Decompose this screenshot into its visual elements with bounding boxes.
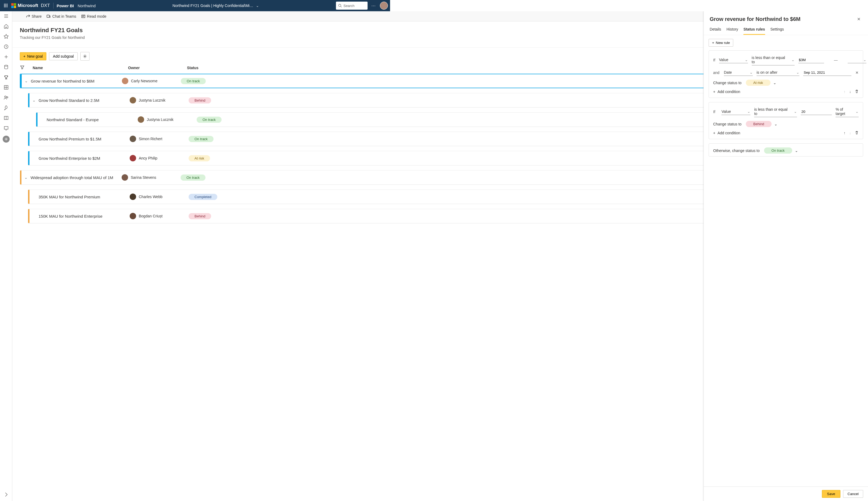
goal-name: 150K MAU for Northwind Enterprise [39, 214, 130, 218]
svg-rect-0 [4, 4, 5, 4]
svg-point-17 [4, 65, 8, 66]
more-icon[interactable]: ⋯ [371, 3, 376, 8]
page-subtitle: Tracking our FY21 Goals for Northwind [20, 35, 85, 40]
svg-line-10 [341, 7, 342, 8]
search-input[interactable]: Search [336, 2, 368, 10]
goal-row[interactable]: Northwind Standard - EuropeJustyna Luczn… [36, 112, 390, 127]
people-icon[interactable] [3, 95, 9, 100]
app-launcher-icon[interactable] [2, 2, 10, 9]
status-badge: On track [188, 136, 214, 142]
svg-rect-29 [47, 15, 49, 18]
title-bar: Microsoft DXT Power BI Northwind Northwi… [0, 0, 390, 11]
goal-row[interactable]: 150K MAU for Northwind EnterpriseBogdan … [28, 209, 390, 223]
goal-name: Grow revenue for Northwind to $6M [31, 79, 122, 83]
status-badge: Behind [188, 97, 211, 104]
expand-chevron-icon[interactable]: ⌄ [22, 79, 31, 83]
svg-rect-2 [7, 4, 8, 4]
svg-rect-1 [6, 4, 6, 4]
search-placeholder: Search [344, 4, 355, 8]
goal-name: Widespread adoption through total MAU of… [31, 175, 122, 180]
monitor-icon[interactable] [3, 126, 9, 131]
owner-avatar [122, 174, 128, 181]
goal-owner: Carly Newsome [122, 78, 181, 84]
goal-owner: Bogdan Criușt [130, 213, 188, 219]
status-badge: At risk [188, 155, 210, 161]
plus-icon[interactable] [3, 54, 9, 60]
chat-teams-button[interactable]: Chat in Teams [46, 14, 76, 19]
expand-chevron-icon[interactable]: ⌄ [30, 98, 39, 103]
workspace-name[interactable]: Northwind [78, 3, 96, 8]
read-mode-button[interactable]: Read mode [81, 14, 106, 19]
status-badge: On track [197, 117, 221, 123]
trophy-icon[interactable] [3, 75, 9, 80]
goal-owner: Justyna Lucznik [130, 97, 188, 104]
svg-point-22 [7, 97, 8, 98]
add-subgoal-button[interactable]: Add subgoal [49, 52, 78, 60]
svg-rect-30 [82, 15, 85, 18]
svg-point-21 [4, 96, 6, 98]
command-bar: Share Chat in Teams Read mode [12, 11, 390, 21]
goal-row[interactable]: Grow Northwind Premium to $1.5MSimon Ric… [28, 132, 390, 146]
chevron-down-icon[interactable]: ⌄ [256, 3, 259, 8]
goal-row[interactable]: Grow Northwind Enterprise to $2MAncy Phi… [28, 151, 390, 166]
goals-list: ⌄Grow revenue for Northwind to $6MCarly … [12, 74, 390, 225]
workspace-icon[interactable] [3, 136, 10, 142]
status-badge: On track [181, 174, 206, 181]
owner-avatar [130, 136, 136, 142]
star-icon[interactable] [3, 34, 9, 39]
board-icon[interactable] [3, 85, 9, 90]
hamburger-icon[interactable] [3, 13, 9, 19]
goal-row[interactable]: ⌄Grow revenue for Northwind to $6MCarly … [20, 74, 390, 88]
goal-owner: Sarina Stevens [122, 174, 181, 181]
page-title: Northwind FY21 Goals [20, 27, 85, 34]
clock-icon[interactable] [3, 44, 9, 49]
divider [53, 3, 54, 9]
svg-point-33 [84, 56, 86, 57]
owner-avatar [130, 193, 136, 200]
filter-icon[interactable] [20, 65, 33, 71]
home-icon[interactable] [3, 24, 9, 29]
goal-name: Grow Northwind Premium to $1.5M [39, 137, 130, 141]
settings-button[interactable] [80, 52, 89, 61]
goal-name: Grow Northwind Standard to 2.5M [39, 98, 130, 103]
microsoft-logo: Microsoft DXT [11, 3, 50, 8]
svg-rect-3 [4, 5, 5, 6]
col-name[interactable]: Name [33, 66, 128, 70]
brand-suffix: DXT [41, 3, 50, 8]
goal-bar [28, 132, 30, 146]
svg-rect-7 [6, 7, 6, 7]
owner-avatar [130, 213, 136, 219]
goals-toolbar: +New goal Add subgoal [12, 48, 390, 63]
col-status[interactable]: Status [187, 66, 198, 70]
svg-rect-4 [6, 5, 6, 6]
goal-row[interactable]: 350K MAU for Northwind PremiumCharles We… [28, 190, 390, 204]
col-owner[interactable]: Owner [128, 66, 187, 70]
goal-bar [28, 190, 30, 204]
goal-owner: Ancy Philip [130, 155, 188, 161]
rocket-icon[interactable] [3, 105, 9, 110]
document-title[interactable]: Northwind FY21 Goals | Highly Confidenti… [96, 3, 336, 8]
goal-row[interactable]: ⌄Widespread adoption through total MAU o… [20, 170, 390, 185]
goal-bar [28, 209, 30, 223]
main-content: Share Chat in Teams Read mode Northwind … [12, 11, 390, 225]
goal-name: 350K MAU for Northwind Premium [39, 195, 130, 199]
svg-rect-5 [7, 5, 8, 6]
owner-avatar [138, 116, 144, 123]
new-goal-button[interactable]: +New goal [20, 52, 46, 60]
left-nav-rail [0, 11, 12, 225]
database-icon[interactable] [3, 64, 9, 70]
goal-owner: Simon Richert [130, 136, 188, 142]
app-name[interactable]: Power BI [57, 3, 74, 8]
share-button[interactable]: Share [26, 14, 42, 19]
goal-name: Grow Northwind Enterprise to $2M [39, 156, 130, 161]
goal-bar [36, 113, 37, 127]
goal-row[interactable]: ⌄Grow Northwind Standard to 2.5MJustyna … [28, 93, 390, 107]
svg-rect-25 [4, 127, 8, 129]
expand-chevron-icon[interactable]: ⌄ [21, 175, 31, 180]
user-avatar[interactable] [380, 2, 388, 10]
book-icon[interactable] [3, 115, 9, 121]
goal-bar [28, 151, 30, 165]
owner-avatar [130, 155, 136, 161]
column-headers: Name Owner Status [12, 63, 390, 74]
status-badge: Completed [188, 194, 217, 200]
